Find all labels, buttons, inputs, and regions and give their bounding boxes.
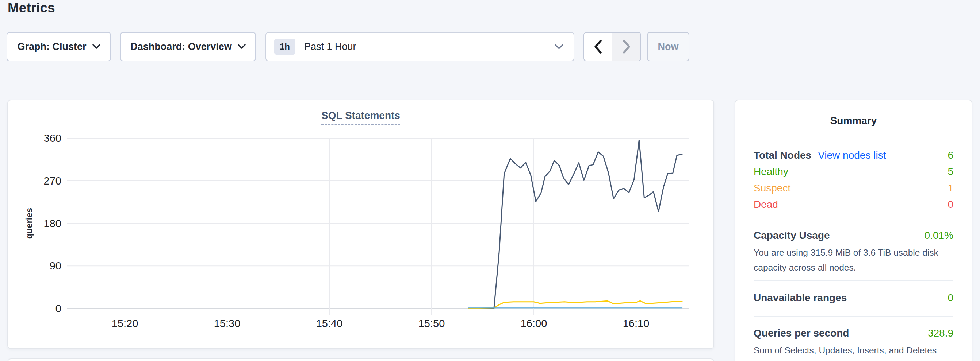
dashboard-dropdown-label: Dashboard: Overview bbox=[130, 41, 232, 52]
unavailable-ranges-value: 0 bbox=[948, 292, 953, 304]
sql-statements-chart-card: SQL Statements 09018027036015:2015:3015:… bbox=[7, 100, 714, 349]
svg-text:180: 180 bbox=[44, 218, 61, 230]
time-step-button-group bbox=[584, 32, 641, 61]
svg-text:queries: queries bbox=[24, 208, 34, 239]
divider bbox=[754, 316, 953, 317]
capacity-usage-value: 0.01% bbox=[924, 230, 953, 241]
previous-time-window-button[interactable] bbox=[584, 33, 612, 60]
dead-nodes-row: Dead 0 bbox=[754, 196, 953, 212]
dead-label: Dead bbox=[754, 199, 778, 211]
dashboard-dropdown[interactable]: Dashboard: Overview bbox=[120, 32, 256, 61]
time-range-picker[interactable]: 1h Past 1 Hour bbox=[266, 32, 574, 61]
queries-per-second-description: Sum of Selects, Updates, Inserts, and De… bbox=[754, 343, 953, 361]
metrics-page: { "page": { "heading": "Metrics" }, "too… bbox=[0, 0, 980, 361]
chevron-down-icon bbox=[555, 44, 563, 50]
view-nodes-list-link[interactable]: View nodes list bbox=[818, 149, 886, 161]
divider bbox=[754, 218, 953, 218]
page-title: Metrics bbox=[8, 0, 55, 17]
graph-scope-dropdown-label: Graph: Cluster bbox=[17, 41, 86, 52]
queries-per-second-value: 328.9 bbox=[928, 328, 953, 339]
svg-text:15:20: 15:20 bbox=[112, 318, 138, 329]
suspect-value: 1 bbox=[948, 182, 953, 194]
healthy-nodes-row: Healthy 5 bbox=[754, 163, 953, 180]
suspect-label: Suspect bbox=[754, 182, 791, 194]
healthy-label: Healthy bbox=[754, 166, 788, 177]
svg-text:16:10: 16:10 bbox=[623, 318, 649, 329]
queries-per-second-section: Queries per second 328.9 Sum of Selects,… bbox=[754, 325, 953, 361]
svg-text:15:50: 15:50 bbox=[418, 318, 445, 329]
time-range-label: Past 1 Hour bbox=[304, 41, 555, 52]
unavailable-ranges-label: Unavailable ranges bbox=[754, 292, 847, 304]
dead-value: 0 bbox=[948, 199, 953, 211]
unavailable-ranges-row: Unavailable ranges 0 bbox=[754, 290, 953, 306]
capacity-usage-description: You are using 315.9 MiB of 3.6 TiB usabl… bbox=[754, 245, 953, 275]
graph-scope-dropdown[interactable]: Graph: Cluster bbox=[6, 32, 111, 61]
svg-text:0: 0 bbox=[56, 302, 61, 314]
queries-per-second-label: Queries per second bbox=[754, 328, 849, 339]
chart-title-row: SQL Statements bbox=[8, 110, 713, 125]
chevron-left-icon bbox=[593, 39, 603, 54]
healthy-value: 5 bbox=[948, 166, 953, 177]
total-nodes-value: 6 bbox=[948, 149, 953, 161]
svg-text:15:30: 15:30 bbox=[214, 318, 240, 329]
time-range-badge: 1h bbox=[274, 39, 295, 55]
queries-per-second-row: Queries per second 328.9 bbox=[754, 325, 953, 341]
svg-text:90: 90 bbox=[50, 260, 61, 272]
svg-text:16:00: 16:00 bbox=[521, 318, 547, 329]
svg-text:15:40: 15:40 bbox=[316, 318, 343, 329]
divider bbox=[754, 280, 953, 281]
chevron-down-icon bbox=[238, 44, 246, 49]
unavailable-ranges-section: Unavailable ranges 0 bbox=[754, 290, 953, 306]
summary-title: Summary bbox=[754, 115, 953, 127]
capacity-usage-section: Capacity Usage 0.01% You are using 315.9… bbox=[754, 227, 953, 275]
capacity-usage-label: Capacity Usage bbox=[754, 230, 830, 241]
sql-statements-line-chart[interactable]: 09018027036015:2015:3015:4015:5016:0016:… bbox=[8, 100, 713, 348]
now-button-label: Now bbox=[658, 41, 679, 52]
total-nodes-row: Total Nodes View nodes list 6 bbox=[754, 147, 953, 163]
chart-title[interactable]: SQL Statements bbox=[321, 110, 400, 125]
next-time-window-button[interactable] bbox=[612, 33, 640, 60]
total-nodes-label: Total Nodes bbox=[754, 149, 811, 161]
node-status-list: Total Nodes View nodes list 6 Healthy 5 … bbox=[754, 147, 953, 212]
capacity-usage-row: Capacity Usage 0.01% bbox=[754, 227, 953, 244]
chevron-down-icon bbox=[92, 44, 100, 49]
suspect-nodes-row: Suspect 1 bbox=[754, 180, 953, 196]
chevron-right-icon bbox=[622, 39, 632, 54]
summary-panel: Summary Total Nodes View nodes list 6 He… bbox=[735, 100, 972, 361]
svg-text:360: 360 bbox=[44, 132, 61, 144]
svg-text:270: 270 bbox=[44, 175, 61, 187]
now-button[interactable]: Now bbox=[647, 32, 689, 61]
next-chart-card-edge bbox=[7, 358, 714, 361]
